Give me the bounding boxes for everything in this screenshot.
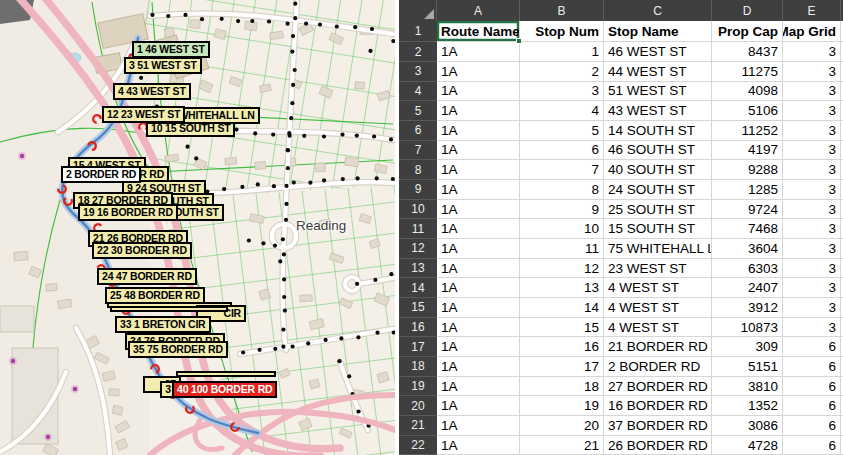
cell-B16[interactable]: 15 [520, 318, 604, 338]
cell-A12[interactable]: 1A [437, 239, 520, 259]
cell-B18[interactable]: 17 [520, 357, 604, 377]
cell-E2[interactable]: 3 [783, 42, 841, 62]
stop-label[interactable]: 12 23 WEST ST [102, 106, 185, 123]
cell-A4[interactable]: 1A [437, 82, 520, 102]
cell-D1[interactable]: Prop Cap [712, 21, 783, 42]
cell-A7[interactable]: 1A [437, 141, 520, 161]
column-header-A[interactable]: A [437, 0, 520, 21]
cell-C2[interactable]: 46 WEST ST [604, 42, 712, 62]
stop-label[interactable]: 24 47 BORDER RD [97, 268, 197, 285]
select-all-corner[interactable] [399, 0, 437, 21]
cell-E7[interactable]: 3 [783, 141, 841, 161]
cell-C9[interactable]: 24 SOUTH ST [604, 180, 712, 200]
stop-label[interactable]: 3 51 WEST ST [124, 57, 202, 74]
cell-A17[interactable]: 1A [437, 337, 520, 357]
cell-E20[interactable]: 6 [783, 396, 841, 416]
cell-B15[interactable]: 14 [520, 298, 604, 318]
cell-D19[interactable]: 3810 [712, 377, 783, 397]
column-header-D[interactable]: D [712, 0, 783, 21]
row-header-20[interactable]: 20 [399, 396, 437, 416]
row-header-15[interactable]: 15 [399, 298, 437, 318]
row-header-19[interactable]: 19 [399, 377, 437, 397]
row-header-1[interactable]: 1 [399, 21, 437, 42]
row-header-9[interactable]: 9 [399, 180, 437, 200]
column-header-C[interactable]: C [604, 0, 712, 21]
cell-E11[interactable]: 3 [783, 219, 841, 239]
cell-B3[interactable]: 2 [520, 62, 604, 82]
cell-E5[interactable]: 3 [783, 101, 841, 121]
cell-E19[interactable]: 6 [783, 377, 841, 397]
fill-handle[interactable] [516, 38, 522, 44]
cell-E9[interactable]: 3 [783, 180, 841, 200]
cell-A2[interactable]: 1A [437, 42, 520, 62]
cell-D9[interactable]: 1285 [712, 180, 783, 200]
cell-D4[interactable]: 4098 [712, 82, 783, 102]
cell-B11[interactable]: 10 [520, 219, 604, 239]
cell-E4[interactable]: 3 [783, 82, 841, 102]
stop-label[interactable]: 22 30 BORDER RD [92, 242, 192, 259]
cell-C8[interactable]: 40 SOUTH ST [604, 160, 712, 180]
cell-D12[interactable]: 3604 [712, 239, 783, 259]
cell-B13[interactable]: 12 [520, 259, 604, 279]
cell-A16[interactable]: 1A [437, 318, 520, 338]
cell-B14[interactable]: 13 [520, 278, 604, 298]
cell-E21[interactable]: 6 [783, 416, 841, 436]
cell-C4[interactable]: 51 WEST ST [604, 82, 712, 102]
cell-B9[interactable]: 8 [520, 180, 604, 200]
stop-label-edited[interactable]: 2 BORDER RD [61, 166, 141, 183]
stop-label[interactable]: 4 43 WEST ST [113, 83, 191, 100]
cell-A20[interactable]: 1A [437, 396, 520, 416]
cell-E14[interactable]: 3 [783, 278, 841, 298]
row-header-14[interactable]: 14 [399, 278, 437, 298]
cell-E10[interactable]: 3 [783, 200, 841, 220]
stop-label[interactable]: 35 75 BORDER RD [128, 341, 228, 358]
row-header-16[interactable]: 16 [399, 318, 437, 338]
cell-C14[interactable]: 4 WEST ST [604, 278, 712, 298]
cell-A5[interactable]: 1A [437, 101, 520, 121]
row-header-4[interactable]: 4 [399, 82, 437, 102]
cell-B21[interactable]: 20 [520, 416, 604, 436]
row-header-5[interactable]: 5 [399, 101, 437, 121]
cell-A8[interactable]: 1A [437, 160, 520, 180]
row-header-17[interactable]: 17 [399, 337, 437, 357]
cell-C5[interactable]: 43 WEST ST [604, 101, 712, 121]
cell-E8[interactable]: 3 [783, 160, 841, 180]
row-header-21[interactable]: 21 [399, 416, 437, 436]
row-header-22[interactable]: 22 [399, 436, 437, 455]
row-header-6[interactable]: 6 [399, 121, 437, 141]
cell-D18[interactable]: 5151 [712, 357, 783, 377]
cell-D21[interactable]: 3086 [712, 416, 783, 436]
stop-label[interactable]: 33 1 BRETON CIR [115, 316, 211, 333]
cell-A10[interactable]: 1A [437, 200, 520, 220]
cell-D3[interactable]: 11275 [712, 62, 783, 82]
cell-C10[interactable]: 25 SOUTH ST [604, 200, 712, 220]
row-header-3[interactable]: 3 [399, 62, 437, 82]
cell-B22[interactable]: 21 [520, 436, 604, 455]
cell-E1[interactable]: Map Grid [783, 21, 841, 42]
cell-C3[interactable]: 44 WEST ST [604, 62, 712, 82]
cell-E22[interactable]: 6 [783, 436, 841, 455]
cell-A21[interactable]: 1A [437, 416, 520, 436]
cell-C11[interactable]: 15 SOUTH ST [604, 219, 712, 239]
cell-C1[interactable]: Stop Name [604, 21, 712, 42]
cell-E6[interactable]: 3 [783, 121, 841, 141]
cell-C18[interactable]: 2 BORDER RD [604, 357, 712, 377]
cell-E18[interactable]: 6 [783, 357, 841, 377]
cell-D15[interactable]: 3912 [712, 298, 783, 318]
row-header-11[interactable]: 11 [399, 219, 437, 239]
cell-A6[interactable]: 1A [437, 121, 520, 141]
row-header-13[interactable]: 13 [399, 259, 437, 279]
row-header-7[interactable]: 7 [399, 141, 437, 161]
cell-B20[interactable]: 19 [520, 396, 604, 416]
cell-B8[interactable]: 7 [520, 160, 604, 180]
cell-C17[interactable]: 21 BORDER RD [604, 337, 712, 357]
stop-label[interactable]: 1 46 WEST ST [132, 41, 210, 58]
cell-D2[interactable]: 8437 [712, 42, 783, 62]
cell-C7[interactable]: 46 SOUTH ST [604, 141, 712, 161]
cell-D22[interactable]: 4728 [712, 436, 783, 455]
cell-C13[interactable]: 23 WEST ST [604, 259, 712, 279]
cell-B7[interactable]: 6 [520, 141, 604, 161]
cell-B12[interactable]: 11 [520, 239, 604, 259]
cell-C20[interactable]: 16 BORDER RD [604, 396, 712, 416]
map-panel[interactable]: 10 15 SOUTH ST11 75 WHITEHALL LN12 23 WE… [0, 0, 395, 455]
